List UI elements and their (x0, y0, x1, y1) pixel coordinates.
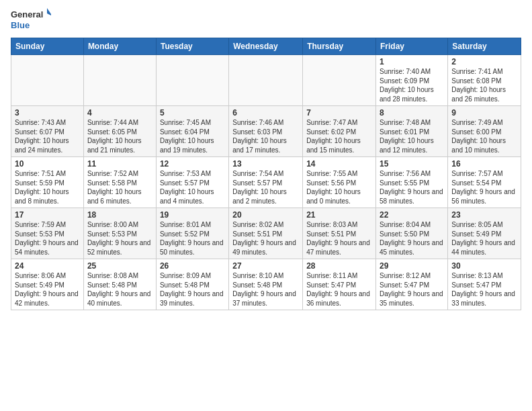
calendar-cell: 11Sunrise: 7:52 AM Sunset: 5:58 PM Dayli… (83, 157, 156, 208)
calendar-cell: 1Sunrise: 7:40 AM Sunset: 6:09 PM Daylig… (376, 55, 448, 106)
day-number: 25 (87, 261, 152, 271)
day-info: Sunrise: 7:48 AM Sunset: 6:01 PM Dayligh… (380, 118, 444, 154)
day-info: Sunrise: 8:06 AM Sunset: 5:49 PM Dayligh… (15, 271, 80, 308)
day-info: Sunrise: 7:43 AM Sunset: 6:07 PM Dayligh… (15, 118, 80, 154)
day-info: Sunrise: 8:04 AM Sunset: 5:50 PM Dayligh… (380, 220, 444, 257)
calendar-cell: 19Sunrise: 8:01 AM Sunset: 5:52 PM Dayli… (156, 208, 228, 259)
calendar-cell: 16Sunrise: 7:57 AM Sunset: 5:54 PM Dayli… (448, 157, 521, 208)
calendar-cell (83, 55, 156, 106)
day-number: 2 (451, 57, 517, 66)
calendar-cell: 27Sunrise: 8:10 AM Sunset: 5:48 PM Dayli… (229, 259, 303, 310)
day-info: Sunrise: 8:05 AM Sunset: 5:49 PM Dayligh… (451, 220, 517, 257)
day-number: 30 (451, 261, 517, 271)
calendar-cell: 26Sunrise: 8:09 AM Sunset: 5:48 PM Dayli… (156, 259, 228, 310)
day-number: 3 (15, 108, 80, 118)
day-number: 4 (87, 108, 152, 118)
day-number: 17 (15, 210, 80, 220)
day-info: Sunrise: 8:08 AM Sunset: 5:48 PM Dayligh… (87, 271, 152, 308)
day-number: 24 (15, 261, 80, 271)
day-number: 15 (380, 159, 444, 169)
day-info: Sunrise: 8:00 AM Sunset: 5:53 PM Dayligh… (87, 220, 152, 257)
week-row-4: 17Sunrise: 7:59 AM Sunset: 5:53 PM Dayli… (11, 208, 521, 259)
day-number: 1 (380, 57, 444, 66)
svg-marker-2 (47, 8, 51, 16)
calendar-cell: 23Sunrise: 8:05 AM Sunset: 5:49 PM Dayli… (448, 208, 521, 259)
calendar-cell (11, 55, 84, 106)
day-info: Sunrise: 7:53 AM Sunset: 5:57 PM Dayligh… (160, 169, 225, 205)
day-number: 28 (306, 261, 372, 271)
calendar-cell: 30Sunrise: 8:13 AM Sunset: 5:47 PM Dayli… (448, 259, 521, 310)
week-row-2: 3Sunrise: 7:43 AM Sunset: 6:07 PM Daylig… (11, 106, 521, 157)
day-info: Sunrise: 8:02 AM Sunset: 5:51 PM Dayligh… (232, 220, 299, 257)
calendar-cell: 4Sunrise: 7:44 AM Sunset: 6:05 PM Daylig… (83, 106, 156, 157)
day-number: 16 (451, 159, 517, 169)
calendar-cell: 2Sunrise: 7:41 AM Sunset: 6:08 PM Daylig… (448, 55, 521, 106)
calendar-cell: 9Sunrise: 7:49 AM Sunset: 6:00 PM Daylig… (448, 106, 521, 157)
day-number: 12 (160, 159, 225, 169)
calendar-cell: 6Sunrise: 7:46 AM Sunset: 6:03 PM Daylig… (229, 106, 303, 157)
day-number: 21 (306, 210, 372, 220)
day-number: 7 (306, 108, 372, 118)
day-info: Sunrise: 8:13 AM Sunset: 5:47 PM Dayligh… (451, 271, 517, 308)
day-number: 22 (380, 210, 444, 220)
weekday-header-row: SundayMondayTuesdayWednesdayThursdayFrid… (11, 38, 521, 55)
week-row-1: 1Sunrise: 7:40 AM Sunset: 6:09 PM Daylig… (11, 55, 521, 106)
day-info: Sunrise: 7:45 AM Sunset: 6:04 PM Dayligh… (160, 118, 225, 154)
calendar-cell: 28Sunrise: 8:11 AM Sunset: 5:47 PM Dayli… (303, 259, 376, 310)
day-number: 23 (451, 210, 517, 220)
day-info: Sunrise: 7:44 AM Sunset: 6:05 PM Dayligh… (87, 118, 152, 154)
day-info: Sunrise: 7:55 AM Sunset: 5:56 PM Dayligh… (306, 169, 372, 205)
day-number: 27 (232, 261, 299, 271)
day-info: Sunrise: 7:56 AM Sunset: 5:55 PM Dayligh… (380, 169, 444, 205)
calendar-cell: 24Sunrise: 8:06 AM Sunset: 5:49 PM Dayli… (11, 259, 84, 310)
day-number: 9 (451, 108, 517, 118)
day-info: Sunrise: 8:03 AM Sunset: 5:51 PM Dayligh… (306, 220, 372, 257)
logo-svg: General Blue (11, 7, 51, 34)
calendar-cell (303, 55, 376, 106)
weekday-sunday: Sunday (11, 38, 84, 55)
day-info: Sunrise: 7:57 AM Sunset: 5:54 PM Dayligh… (451, 169, 517, 205)
day-info: Sunrise: 8:09 AM Sunset: 5:48 PM Dayligh… (160, 271, 225, 308)
week-row-3: 10Sunrise: 7:51 AM Sunset: 5:59 PM Dayli… (11, 157, 521, 208)
calendar-cell: 29Sunrise: 8:12 AM Sunset: 5:47 PM Dayli… (376, 259, 448, 310)
calendar-cell: 12Sunrise: 7:53 AM Sunset: 5:57 PM Dayli… (156, 157, 228, 208)
week-row-5: 24Sunrise: 8:06 AM Sunset: 5:49 PM Dayli… (11, 259, 521, 310)
weekday-friday: Friday (376, 38, 448, 55)
day-info: Sunrise: 7:54 AM Sunset: 5:57 PM Dayligh… (232, 169, 299, 205)
day-number: 19 (160, 210, 225, 220)
calendar-cell: 8Sunrise: 7:48 AM Sunset: 6:01 PM Daylig… (376, 106, 448, 157)
day-info: Sunrise: 7:41 AM Sunset: 6:08 PM Dayligh… (451, 67, 517, 103)
calendar-cell: 10Sunrise: 7:51 AM Sunset: 5:59 PM Dayli… (11, 157, 84, 208)
day-info: Sunrise: 7:49 AM Sunset: 6:00 PM Dayligh… (451, 118, 517, 154)
day-number: 6 (232, 108, 299, 118)
calendar-cell: 7Sunrise: 7:47 AM Sunset: 6:02 PM Daylig… (303, 106, 376, 157)
calendar-cell (229, 55, 303, 106)
day-info: Sunrise: 7:59 AM Sunset: 5:53 PM Dayligh… (15, 220, 80, 257)
day-info: Sunrise: 7:46 AM Sunset: 6:03 PM Dayligh… (232, 118, 299, 154)
calendar-cell (156, 55, 228, 106)
day-info: Sunrise: 7:47 AM Sunset: 6:02 PM Dayligh… (306, 118, 372, 154)
weekday-wednesday: Wednesday (229, 38, 303, 55)
day-info: Sunrise: 8:01 AM Sunset: 5:52 PM Dayligh… (160, 220, 225, 257)
day-info: Sunrise: 7:40 AM Sunset: 6:09 PM Dayligh… (380, 67, 444, 103)
weekday-monday: Monday (83, 38, 156, 55)
calendar-cell: 20Sunrise: 8:02 AM Sunset: 5:51 PM Dayli… (229, 208, 303, 259)
day-number: 20 (232, 210, 299, 220)
day-info: Sunrise: 8:11 AM Sunset: 5:47 PM Dayligh… (306, 271, 372, 308)
day-number: 13 (232, 159, 299, 169)
calendar-cell: 15Sunrise: 7:56 AM Sunset: 5:55 PM Dayli… (376, 157, 448, 208)
weekday-thursday: Thursday (303, 38, 376, 55)
calendar-cell: 18Sunrise: 8:00 AM Sunset: 5:53 PM Dayli… (83, 208, 156, 259)
svg-text:Blue: Blue (11, 20, 30, 30)
day-number: 18 (87, 210, 152, 220)
calendar-cell: 5Sunrise: 7:45 AM Sunset: 6:04 PM Daylig… (156, 106, 228, 157)
day-number: 29 (380, 261, 444, 271)
calendar-cell: 25Sunrise: 8:08 AM Sunset: 5:48 PM Dayli… (83, 259, 156, 310)
day-info: Sunrise: 7:51 AM Sunset: 5:59 PM Dayligh… (15, 169, 80, 205)
day-number: 11 (87, 159, 152, 169)
calendar-cell: 21Sunrise: 8:03 AM Sunset: 5:51 PM Dayli… (303, 208, 376, 259)
calendar-cell: 17Sunrise: 7:59 AM Sunset: 5:53 PM Dayli… (11, 208, 84, 259)
svg-text:General: General (11, 9, 43, 19)
weekday-saturday: Saturday (448, 38, 521, 55)
page: General Blue SundayMondayTuesdayWednesda… (0, 0, 532, 317)
